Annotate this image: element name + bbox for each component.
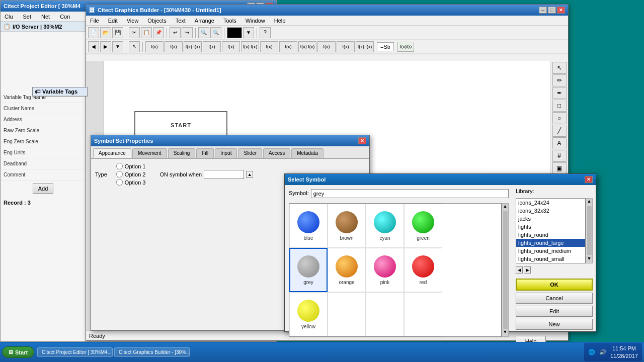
symbol-cell-empty1[interactable]: [328, 292, 366, 336]
library-list[interactable]: icons_24x24 icons_32x32 jacks lights lig…: [516, 198, 586, 263]
lib-lights-round-small[interactable]: lights_round_small: [516, 255, 585, 263]
tb-fx9[interactable]: f(x) f(x): [298, 41, 316, 52]
tb-fill-arrow[interactable]: ▼: [243, 27, 254, 38]
tb-zoom-out[interactable]: 🔍: [210, 27, 221, 38]
gb-menu-view[interactable]: View: [125, 17, 141, 25]
lib-icons-32x32[interactable]: icons_32x32: [516, 207, 585, 215]
menu-con[interactable]: Con: [58, 13, 72, 21]
gb-menu-edit[interactable]: Edit: [106, 17, 120, 25]
tb-fx8[interactable]: f(x): [279, 41, 297, 52]
tb-paste[interactable]: 📌: [153, 27, 164, 38]
symbol-cell-cyan[interactable]: cyan: [366, 204, 404, 248]
gb-close-btn[interactable]: ✕: [557, 7, 565, 14]
symbol-cell-pink[interactable]: pink: [366, 248, 404, 292]
tab-access[interactable]: Access: [263, 148, 290, 158]
symbol-cell-empty2[interactable]: [366, 292, 404, 336]
lib-lights[interactable]: lights: [516, 223, 585, 231]
tb-fx3[interactable]: f(x) f(x): [184, 41, 202, 52]
new-button[interactable]: New: [516, 319, 593, 330]
symbol-input[interactable]: [311, 189, 509, 198]
ok-button[interactable]: OK: [516, 279, 593, 291]
tb-undo[interactable]: ↩: [170, 27, 181, 38]
type-radio-3[interactable]: Option 3: [116, 179, 146, 186]
tool-hash[interactable]: #: [552, 150, 567, 162]
tab-input[interactable]: Input: [215, 148, 237, 158]
tb-nav-down[interactable]: ▼: [112, 41, 123, 52]
gb-menu-objects[interactable]: Objects: [145, 17, 168, 25]
lib-nav-right[interactable]: ▶: [524, 266, 531, 274]
gb-menu-file[interactable]: File: [88, 17, 101, 25]
tool-ellipse[interactable]: ○: [552, 112, 567, 124]
tab-fill[interactable]: Fill: [196, 148, 214, 158]
tb-fx1[interactable]: f(x): [145, 41, 164, 52]
tb-cursor[interactable]: ↖: [129, 41, 140, 52]
tb-copy[interactable]: 📋: [141, 27, 152, 38]
lib-nav-left[interactable]: ◀: [516, 266, 523, 274]
lib-icons-24x24[interactable]: icons_24x24: [516, 199, 585, 207]
tb-fx7[interactable]: f(x): [260, 41, 278, 52]
tb-fx12[interactable]: f(x) f(x): [356, 41, 374, 52]
tb-help[interactable]: ?: [260, 27, 271, 38]
tb-open[interactable]: 📂: [100, 27, 111, 38]
tb-new[interactable]: 📄: [88, 27, 99, 38]
symbol-cell-empty3[interactable]: [404, 292, 442, 336]
tb-fx10[interactable]: f(x): [317, 41, 336, 52]
tb-fx4[interactable]: f(x): [203, 41, 221, 52]
add-button[interactable]: Add: [33, 184, 54, 194]
lib-jacks[interactable]: jacks: [516, 215, 585, 223]
tb-fx-large[interactable]: f(x)f(x): [397, 42, 414, 52]
tb-black-fill[interactable]: [227, 27, 242, 38]
lib-lights-round[interactable]: lights_round: [516, 231, 585, 239]
tool-rect[interactable]: □: [552, 100, 567, 112]
type-radio-2[interactable]: Option 2: [116, 171, 146, 177]
grid-scrollbar[interactable]: ▲ ▼: [502, 203, 509, 337]
type-radio-1[interactable]: Option 1: [116, 163, 146, 169]
tool-arrow[interactable]: ↖: [552, 62, 567, 74]
edit-button[interactable]: Edit: [516, 306, 593, 317]
gb-menu-window[interactable]: Window: [244, 17, 267, 25]
lib-scroll-down[interactable]: ▼: [586, 256, 592, 263]
tool-fill[interactable]: ▣: [552, 162, 567, 174]
tab-movement[interactable]: Movement: [132, 148, 167, 158]
start-button[interactable]: ⊞ Start: [2, 346, 34, 358]
tb-redo[interactable]: ↪: [182, 27, 193, 38]
grid-scroll-up[interactable]: ▲: [502, 204, 508, 211]
tb-fx11[interactable]: f(x): [337, 41, 355, 52]
lib-lights-round-medium[interactable]: lights_round_medium: [516, 247, 585, 255]
tb-nav-back[interactable]: ◀: [88, 41, 99, 52]
formula-input[interactable]: =Str: [377, 42, 394, 51]
tool-text[interactable]: A: [552, 137, 567, 149]
tab-scaling[interactable]: Scaling: [168, 148, 196, 158]
gb-menu-help[interactable]: Help: [272, 17, 288, 25]
grid-scroll-down[interactable]: ▼: [502, 329, 508, 336]
menu-clu[interactable]: Clu: [3, 13, 15, 21]
on-symbol-spin-up[interactable]: ▲: [246, 171, 253, 178]
gb-maximize-btn[interactable]: □: [548, 7, 556, 14]
gb-menu-text[interactable]: Text: [174, 17, 188, 25]
gb-menu-arrange[interactable]: Arrange: [193, 17, 216, 25]
on-symbol-input[interactable]: [204, 170, 244, 179]
menu-set[interactable]: Set: [21, 13, 34, 21]
symbol-cell-green[interactable]: green: [404, 204, 442, 248]
lib-scroll-up[interactable]: ▲: [586, 199, 592, 206]
ssp-close-btn[interactable]: ✕: [358, 137, 366, 144]
symbol-cell-red[interactable]: red: [404, 248, 442, 292]
tb-fx5[interactable]: f(x): [222, 41, 240, 52]
tb-zoom-in[interactable]: 🔍: [198, 27, 209, 38]
tab-metadata[interactable]: Metadata: [291, 148, 324, 158]
cancel-button[interactable]: Cancel: [516, 293, 593, 304]
symbol-cell-yellow[interactable]: yellow: [289, 292, 328, 336]
symbol-cell-blue[interactable]: blue: [289, 204, 328, 248]
taskbar-item-0[interactable]: Citect Project Editor [ 30%M4...: [37, 347, 113, 357]
tab-appearance[interactable]: Appearance: [93, 148, 131, 158]
symbol-cell-orange[interactable]: orange: [328, 248, 366, 292]
taskbar-item-1[interactable]: Citect Graphics Builder - [30%...: [114, 347, 190, 357]
tb-fx6[interactable]: f(x) f(x): [241, 41, 259, 52]
lib-lights-round-large[interactable]: lights_round_large: [516, 239, 585, 247]
gb-minimize-btn[interactable]: ─: [539, 7, 547, 14]
symbol-cell-grey[interactable]: grey: [289, 248, 328, 292]
select-symbol-close-btn[interactable]: ✕: [585, 176, 593, 183]
library-scrollbar[interactable]: ▲ ▼: [586, 198, 593, 263]
tool-line[interactable]: ╱: [552, 125, 567, 137]
menu-net[interactable]: Net: [39, 13, 52, 21]
